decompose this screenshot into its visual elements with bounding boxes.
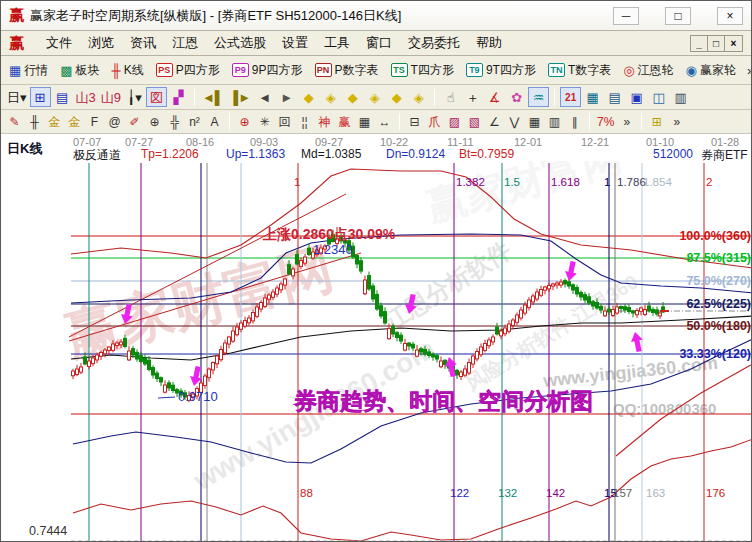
maze-tool-icon[interactable]: ♒ xyxy=(528,87,549,107)
kline-button[interactable]: ╫K线 xyxy=(108,60,148,81)
pen-tool-icon[interactable]: ✎ xyxy=(5,113,24,131)
kline-plot[interactable]: 赢家财富网江恩分析软件风险分析软件 江恩360www.yingjia360.co… xyxy=(1,161,751,541)
diamond-right-icon[interactable]: ◈ xyxy=(320,87,341,107)
gann-bottom-label-5: 157 xyxy=(613,487,632,499)
overflow-draw-icon[interactable]: » xyxy=(617,113,636,131)
menu-item-6[interactable]: 工具 xyxy=(324,34,350,52)
fan-tool-icon[interactable]: 爪 xyxy=(425,113,444,131)
p-square-button[interactable]: PSP四方形 xyxy=(152,60,224,81)
crosshair-tool-icon[interactable]: ＋ xyxy=(462,87,483,107)
close-button[interactable]: × xyxy=(717,7,743,25)
gold-ratio-tool-icon[interactable]: 金 xyxy=(45,113,64,131)
circle-grid-tool-icon[interactable]: ⊕ xyxy=(145,113,164,131)
pen2-tool-icon[interactable]: ✐ xyxy=(125,113,144,131)
menu-item-5[interactable]: 设置 xyxy=(282,34,308,52)
p-number-table-button[interactable]: PNP数字表 xyxy=(311,60,383,81)
info-document-icon[interactable]: ▤ xyxy=(52,87,73,107)
sectors-button[interactable]: ▩板块 xyxy=(56,60,103,81)
mdi-minimize-button[interactable]: _ xyxy=(691,36,708,51)
toolbar-icons: 日▾⊞▤山3山9╽▾図▞◄▌▐►◄►◆◈◆◈◆◈☝＋∡✿♒21▦▤▣◫▥ xyxy=(1,85,751,110)
wave-9-icon[interactable]: 山9 xyxy=(99,87,123,107)
angle-a-tool-icon[interactable]: A xyxy=(205,113,224,131)
gann-wheel-button[interactable]: ◎江恩轮 xyxy=(619,60,677,81)
quotes-button[interactable]: ▦行情 xyxy=(5,60,52,81)
flower-tool-icon[interactable]: ✿ xyxy=(506,87,527,107)
kline-label: K线 xyxy=(124,62,144,79)
yellow-grid-tool-icon[interactable]: ⊞ xyxy=(647,113,666,131)
hatch-box-tool-icon[interactable]: ▧ xyxy=(465,113,484,131)
t-number-table-button[interactable]: TNT数字表 xyxy=(544,60,615,81)
fib-label-3: 62.5%(225) xyxy=(686,297,751,311)
diamond-left-icon[interactable]: ◆ xyxy=(298,87,319,107)
kline-period-dropdown-icon[interactable]: 日▾ xyxy=(5,87,29,107)
diamond-h-icon[interactable]: ◆ xyxy=(342,87,363,107)
diamond-x-icon[interactable]: ◈ xyxy=(364,87,385,107)
9t-square-button[interactable]: T99T四方形 xyxy=(462,60,540,81)
angle-tool-icon[interactable]: ∡ xyxy=(484,87,505,107)
span-tool-icon[interactable]: ↔ xyxy=(375,113,394,131)
mdi-restore-button[interactable]: □ xyxy=(708,36,725,51)
minimize-button[interactable]: ─ xyxy=(613,7,639,25)
t-square-button[interactable]: TST四方形 xyxy=(387,60,458,81)
spiral-tool-icon[interactable]: @ xyxy=(105,113,124,131)
menu-item-9[interactable]: 帮助 xyxy=(476,34,502,52)
table-grid-tool-icon[interactable]: ▦ xyxy=(525,113,544,131)
menu-item-0[interactable]: 文件 xyxy=(46,34,72,52)
menu-item-7[interactable]: 窗口 xyxy=(366,34,392,52)
last-page-icon[interactable]: ▐► xyxy=(227,87,253,107)
hand-tool-icon[interactable]: ☝ xyxy=(440,87,461,107)
grid-number-tool-icon[interactable]: ▦ xyxy=(355,113,374,131)
9p-square-button[interactable]: P99P四方形 xyxy=(228,60,307,81)
menu-item-4[interactable]: 公式选股 xyxy=(214,34,266,52)
diamond-expand-icon[interactable]: ◆ xyxy=(386,87,407,107)
percent7-tool-icon[interactable]: 7% xyxy=(595,113,616,131)
next-page-icon[interactable]: ► xyxy=(276,87,297,107)
angle-lines-tool-icon[interactable]: ∠ xyxy=(485,113,504,131)
shade-box-tool-icon[interactable]: ▨ xyxy=(445,113,464,131)
diamond-v-icon[interactable]: ◈ xyxy=(408,87,429,107)
watermark-6: 赢家财富网 xyxy=(421,161,627,229)
gann-top-label-7: 2 xyxy=(706,176,712,188)
grid-lines-tool-icon[interactable]: ╫ xyxy=(25,113,44,131)
toolbar-main-overflow-button[interactable]: » xyxy=(744,63,752,78)
box-tool-icon[interactable]: ⊟ xyxy=(405,113,424,131)
twin-k-icon[interactable]: 図 xyxy=(146,87,167,107)
calendar-icon[interactable]: 21 xyxy=(560,87,581,107)
slash-lines-tool-icon[interactable]: ∥ xyxy=(565,113,584,131)
menu-item-3[interactable]: 江恩 xyxy=(172,34,198,52)
fibonacci-tool-icon[interactable]: F xyxy=(85,113,104,131)
notes-icon[interactable]: ▤ xyxy=(604,87,625,107)
win-tool-icon[interactable]: 赢 xyxy=(335,113,354,131)
table-grid2-tool-icon[interactable]: ▥ xyxy=(545,113,564,131)
first-page-icon[interactable]: ◄▌ xyxy=(200,87,226,107)
save-icon[interactable]: ▣ xyxy=(626,87,647,107)
watermark-1: 江恩分析软件 xyxy=(378,236,515,336)
menu-item-8[interactable]: 交易委托 xyxy=(408,34,460,52)
gold-section-tool-icon[interactable]: 金 xyxy=(65,113,84,131)
print-icon[interactable]: ▥ xyxy=(670,87,691,107)
mdi-close-button[interactable]: × xyxy=(725,36,742,51)
volume-flag-icon[interactable]: ▞ xyxy=(168,87,189,107)
candle-style-dropdown-icon[interactable]: ╽▾ xyxy=(124,87,145,107)
n2-tool-icon[interactable]: n² xyxy=(185,113,204,131)
check-lines-tool-icon[interactable]: ⋁ xyxy=(505,113,524,131)
winner-wheel-button[interactable]: ◉赢家轮 xyxy=(682,60,740,81)
wave-3-icon[interactable]: 山3 xyxy=(74,87,98,107)
percent-lines-tool-icon[interactable]: ¦¦ xyxy=(295,113,314,131)
shen-tool-icon[interactable]: 神 xyxy=(315,113,334,131)
calculator-icon[interactable]: ▦ xyxy=(582,87,603,107)
overflow-extra-icon[interactable]: » xyxy=(667,113,686,131)
maximize-button[interactable]: □ xyxy=(665,7,691,25)
menu-item-1[interactable]: 浏览 xyxy=(88,34,114,52)
net-grid-icon[interactable]: ⊞ xyxy=(30,87,51,107)
menu-item-2[interactable]: 资讯 xyxy=(130,34,156,52)
grid2-tool-icon[interactable]: ╬ xyxy=(165,113,184,131)
gann-circle-tool-icon[interactable]: ⊕ xyxy=(235,113,254,131)
export-disk-icon[interactable]: ◫ xyxy=(648,87,669,107)
prev-page-icon[interactable]: ◄ xyxy=(254,87,275,107)
app-icon: 赢 xyxy=(9,6,24,25)
target-tool-icon[interactable]: 回 xyxy=(275,113,294,131)
sectors-icon: ▩ xyxy=(60,64,72,77)
burst-tool-icon[interactable]: ✳ xyxy=(255,113,274,131)
indicator-value-4: Bt=0.7959 xyxy=(459,147,514,161)
